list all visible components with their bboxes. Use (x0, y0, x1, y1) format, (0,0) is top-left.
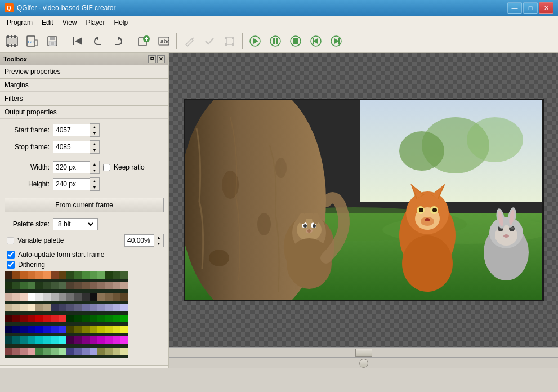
timeline-thumb[interactable] (359, 359, 368, 368)
main-content: Toolbox ⧉ ✕ Preview properties Margins (0, 53, 558, 368)
palette-cell (120, 326, 128, 333)
palette-cell (12, 326, 20, 333)
save-gif-button[interactable]: GIF (23, 32, 42, 51)
from-current-frame-button[interactable]: From current frame (5, 198, 164, 212)
palette-cell (51, 293, 59, 301)
keep-ratio-checkbox[interactable] (103, 164, 110, 171)
h-scrollbar-thumb[interactable] (355, 349, 372, 357)
prev-frame-button[interactable] (68, 32, 87, 51)
section-preview-properties: Preview properties (0, 65, 168, 79)
svg-rect-28 (232, 43, 234, 46)
save-button[interactable] (43, 32, 62, 51)
menu-view[interactable]: View (58, 17, 82, 28)
svg-point-62 (307, 229, 311, 233)
palette-cell (120, 304, 128, 311)
undo-button[interactable] (88, 32, 108, 51)
start-frame-up[interactable]: ▲ (90, 124, 99, 130)
svg-rect-4 (14, 35, 16, 38)
variable-palette-down[interactable]: ▼ (154, 240, 163, 247)
start-frame-down[interactable]: ▼ (90, 130, 99, 136)
svg-point-52 (209, 250, 229, 266)
dithering-checkbox[interactable] (7, 261, 15, 269)
variable-palette-checkbox[interactable] (7, 237, 14, 244)
svg-rect-32 (273, 38, 275, 44)
scene-svg (185, 100, 542, 300)
height-input[interactable] (53, 178, 90, 190)
pause-button[interactable] (266, 32, 285, 51)
palette-cell (12, 315, 20, 323)
height-up[interactable]: ▲ (90, 178, 99, 184)
palette-size-dropdown[interactable]: 8 bit 4 bit 2 bit (56, 220, 95, 229)
redo-button[interactable] (109, 32, 128, 51)
app-icon: Q (5, 3, 14, 12)
skip-next-button[interactable] (327, 32, 346, 51)
palette-cell (74, 271, 82, 279)
palette-size-select[interactable]: 8 bit 4 bit 2 bit (53, 218, 98, 230)
palette-cell (120, 282, 128, 289)
variable-palette-up[interactable]: ▲ (154, 234, 163, 240)
palette-cell (5, 326, 12, 333)
section-filters-header[interactable]: Filters (0, 92, 168, 105)
menu-help[interactable]: Help (110, 17, 133, 28)
svg-point-44 (467, 117, 523, 162)
section-preview-header[interactable]: Preview properties (0, 65, 168, 78)
height-down[interactable]: ▼ (90, 184, 99, 190)
width-down[interactable]: ▼ (90, 167, 99, 173)
maximize-button[interactable]: □ (523, 2, 538, 14)
toolbox-scrollable[interactable]: Preview properties Margins Filters Outpu… (0, 65, 168, 368)
auto-update-label: Auto-update form start frame (18, 251, 104, 259)
stop-frame-input[interactable] (53, 141, 90, 153)
height-arrows: ▲ ▼ (90, 177, 100, 191)
toolbox-close-button[interactable]: ✕ (157, 55, 165, 63)
menu-edit[interactable]: Edit (37, 17, 58, 28)
menu-player[interactable]: Player (82, 17, 110, 28)
stop-frame-down[interactable]: ▼ (90, 147, 99, 153)
timeline-scrollbar[interactable] (169, 357, 558, 368)
svg-point-79 (402, 235, 453, 292)
palette-cell (28, 315, 35, 323)
svg-marker-30 (253, 38, 258, 44)
section-margins-header[interactable]: Margins (0, 79, 168, 92)
toolbox-float-button[interactable]: ⧉ (148, 55, 156, 63)
width-input[interactable] (53, 161, 90, 173)
stop-frame-arrows: ▲ ▼ (90, 140, 100, 154)
palette-cell (20, 326, 28, 333)
crop-button[interactable] (220, 32, 239, 51)
stop-frame-up[interactable]: ▲ (90, 141, 99, 147)
add-frame-button[interactable] (134, 32, 153, 51)
svg-point-72 (432, 208, 437, 212)
preview-canvas (169, 53, 558, 347)
palette-cell (43, 271, 51, 279)
palette-cell (5, 293, 12, 301)
draw-button[interactable] (180, 32, 199, 51)
auto-update-checkbox[interactable] (7, 251, 15, 259)
menu-program[interactable]: Program (2, 17, 37, 28)
text-button[interactable]: abc (154, 32, 173, 51)
section-margins: Margins (0, 79, 168, 92)
minimize-button[interactable]: — (507, 2, 522, 14)
preview-h-scrollbar[interactable] (169, 347, 558, 357)
close-button[interactable]: ✕ (539, 2, 553, 14)
toolbar-separator-3 (176, 33, 177, 49)
start-frame-input[interactable] (53, 124, 90, 136)
palette-cell (51, 271, 59, 279)
section-output-header[interactable]: Output properties (0, 106, 168, 119)
toolbox-header: Toolbox ⧉ ✕ (0, 53, 168, 65)
palette-cell (12, 293, 20, 301)
width-up[interactable]: ▲ (90, 161, 99, 167)
palette-cell (35, 304, 43, 311)
dithering-row: Dithering (5, 261, 164, 269)
palette-cell (66, 282, 74, 289)
stop-button[interactable] (286, 32, 305, 51)
film-strip-button[interactable] (2, 32, 21, 51)
apply-button[interactable] (200, 32, 219, 51)
skip-prev-button[interactable] (306, 32, 325, 51)
toolbox-padding (0, 366, 168, 368)
palette-cell (74, 315, 82, 323)
palette-cell (35, 326, 43, 333)
play-button[interactable] (245, 32, 265, 51)
variable-palette-input[interactable] (124, 234, 154, 247)
svg-rect-7 (14, 44, 16, 47)
toolbar-separator-1 (65, 33, 65, 49)
palette-cell (43, 282, 51, 289)
